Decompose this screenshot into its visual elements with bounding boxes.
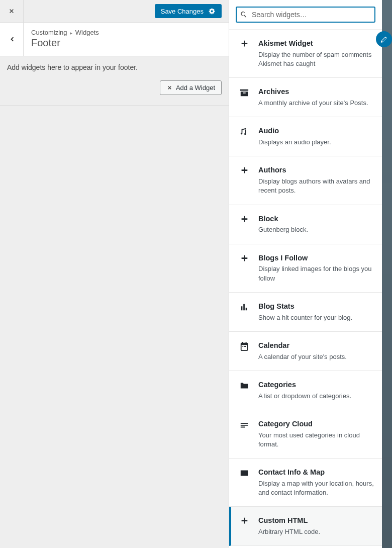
widget-title: Authors (258, 165, 374, 175)
stats-icon (239, 302, 249, 312)
topbar: Save Changes (0, 0, 229, 23)
widget-desc: Arbitrary HTML code. (258, 527, 374, 536)
widget-title: Categories (258, 380, 374, 390)
widget-item[interactable]: CategoriesA list or dropdown of categori… (229, 371, 382, 410)
add-widget-button[interactable]: Add a Widget (160, 80, 222, 95)
chevron-left-icon (7, 35, 16, 44)
widget-desc: Display a map with your location, hours,… (258, 479, 374, 497)
close-icon (166, 84, 173, 91)
add-widget-label: Add a Widget (176, 84, 215, 92)
close-button[interactable] (0, 0, 24, 23)
widget-desc: Your most used categories in cloud forma… (258, 431, 374, 449)
search-wrap (229, 0, 382, 29)
widget-picker: Akismet WidgetDisplay the number of spam… (229, 0, 382, 548)
widget-item[interactable]: Akismet WidgetDisplay the number of spam… (229, 30, 382, 78)
widget-desc: A calendar of your site's posts. (258, 352, 374, 361)
breadcrumb: Customizing ▸ Widgets Footer (0, 23, 229, 56)
widget-desc: A list or dropdown of categories. (258, 392, 374, 401)
audio-icon (239, 127, 249, 137)
widget-title: Audio (258, 126, 374, 136)
widget-item[interactable]: AudioDisplays an audio player. (229, 117, 382, 156)
widget-item[interactable]: Blog StatsShow a hit counter for your bl… (229, 293, 382, 332)
cloud-icon (239, 420, 249, 430)
widget-desc: Displays an audio player. (258, 138, 374, 147)
widget-body: Blog StatsShow a hit counter for your bl… (258, 302, 374, 322)
widget-title: Blogs I Follow (258, 253, 374, 263)
widget-title: Archives (258, 87, 374, 97)
add-widget-row: Add a Widget (0, 71, 229, 106)
widget-title: Block (258, 214, 374, 224)
widget-desc: Display blogs authors with avatars and r… (258, 177, 374, 195)
search-box (236, 7, 375, 22)
hint-text: Add widgets here to appear in your foote… (0, 56, 229, 71)
breadcrumb-path: Customizing ▸ Widgets (31, 29, 99, 36)
widget-body: CategoriesA list or dropdown of categori… (258, 380, 374, 401)
widget-title: Akismet Widget (258, 39, 374, 48)
widget-title: Contact Info & Map (258, 468, 374, 477)
widget-desc: A monthly archive of your site's Posts. (258, 99, 374, 108)
pencil-icon (380, 35, 388, 43)
save-label: Save Changes (161, 8, 204, 15)
widget-item[interactable]: BlockGutenberg block. (229, 205, 382, 244)
customizer-panel: Save Changes Customizing ▸ Widgets Foote… (0, 0, 229, 548)
breadcrumb-sep-icon: ▸ (70, 30, 72, 36)
widget-body: BlockGutenberg block. (258, 214, 374, 235)
widget-body: Blogs I FollowDisplay linked images for … (258, 253, 374, 283)
widget-item[interactable]: Contact Info & MapDisplay a map with you… (229, 459, 382, 507)
page-title: Footer (31, 37, 99, 49)
widget-title: Custom HTML (258, 516, 374, 525)
breadcrumb-prefix: Customizing (31, 29, 67, 36)
widget-item[interactable]: AuthorsDisplay blogs authors with avatar… (229, 156, 382, 205)
widget-title: Blog Stats (258, 302, 374, 311)
close-icon (8, 7, 16, 15)
widget-body: ArchivesA monthly archive of your site's… (258, 87, 374, 108)
widget-body: Akismet WidgetDisplay the number of spam… (258, 39, 374, 68)
widget-body: CalendarA calendar of your site's posts. (258, 341, 374, 361)
widget-title: Category Cloud (258, 419, 374, 429)
breadcrumb-body: Customizing ▸ Widgets Footer (24, 23, 107, 56)
widget-body: Contact Info & MapDisplay a map with you… (258, 468, 374, 497)
calendar-icon (239, 341, 249, 351)
widget-item[interactable]: Category CloudYour most used categories … (229, 410, 382, 459)
back-button[interactable] (0, 23, 24, 56)
archive-icon (239, 87, 249, 98)
gear-icon (209, 8, 216, 15)
widget-desc: Gutenberg block. (258, 225, 374, 234)
widget-body: AuthorsDisplay blogs authors with avatar… (258, 165, 374, 195)
widget-item[interactable]: Display WordPress PostsDisplays a list o… (229, 546, 382, 548)
widget-item[interactable]: CalendarA calendar of your site's posts. (229, 332, 382, 371)
widget-desc: Display the number of spam comments Akis… (258, 50, 374, 68)
widget-desc: Display linked images for the blogs you … (258, 264, 374, 283)
widget-body: Category CloudYour most used categories … (258, 419, 374, 449)
mail-icon (239, 468, 249, 478)
preview-edge (382, 0, 392, 548)
plus-icon (239, 39, 249, 49)
folder-icon (239, 381, 249, 391)
widget-item[interactable]: Custom HTMLArbitrary HTML code. (229, 507, 382, 546)
widget-item[interactable]: Blogs I FollowDisplay linked images for … (229, 244, 382, 293)
widget-desc: Show a hit counter for your blog. (258, 313, 374, 322)
plus-icon (239, 254, 249, 264)
edit-shortcut-button[interactable] (376, 31, 392, 47)
widget-body: AudioDisplays an audio player. (258, 126, 374, 147)
save-changes-button[interactable]: Save Changes (155, 4, 222, 18)
widget-title: Calendar (258, 341, 374, 350)
search-input[interactable] (236, 7, 375, 22)
widget-body: Custom HTMLArbitrary HTML code. (258, 516, 374, 536)
breadcrumb-mid: Widgets (75, 29, 99, 36)
widget-item[interactable]: ArchivesA monthly archive of your site's… (229, 78, 382, 117)
plus-icon (239, 516, 249, 526)
plus-icon (239, 166, 249, 176)
plus-icon (239, 215, 249, 225)
widget-list[interactable]: Akismet WidgetDisplay the number of spam… (229, 29, 382, 548)
